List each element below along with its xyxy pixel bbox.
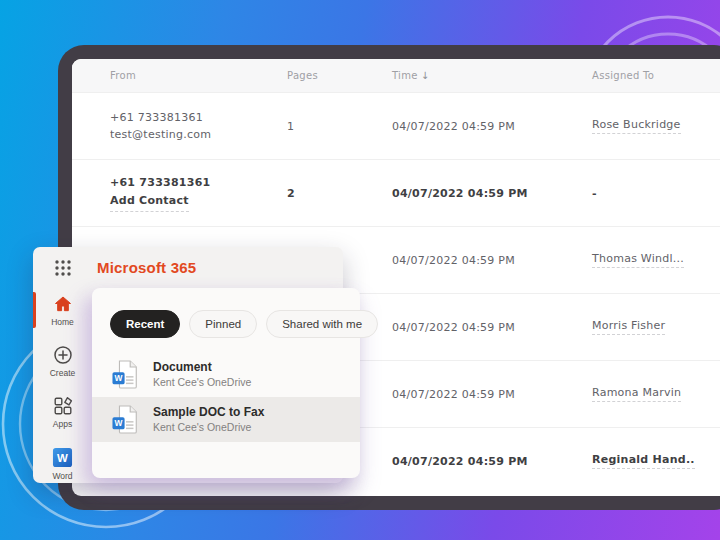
m365-title: Microsoft 365 xyxy=(97,259,196,276)
assigned-name-link[interactable]: Reginald Hand.. xyxy=(592,453,695,469)
file-location: Kent Cee's OneDrive xyxy=(153,421,264,434)
file-meta: Sample DOC to Fax Kent Cee's OneDrive xyxy=(153,405,264,434)
m365-sidebar: Home Create Apps xyxy=(33,288,92,483)
file-name: Sample DOC to Fax xyxy=(153,405,264,420)
home-icon xyxy=(53,294,73,314)
word-app-icon: W xyxy=(52,447,73,468)
assigned-empty: - xyxy=(592,187,597,200)
from-cell: +61 733381361 test@testing.com xyxy=(72,109,287,143)
table-row[interactable]: +61 733381361 Add Contact 2 04/07/2022 0… xyxy=(72,159,720,226)
assigned-name-link[interactable]: Morris Fisher xyxy=(592,319,665,335)
column-header-from[interactable]: From xyxy=(72,68,287,84)
assigned-cell: Reginald Hand.. xyxy=(592,453,720,469)
sidebar-item-create[interactable]: Create xyxy=(33,345,92,378)
time-cell: 04/07/2022 04:59 PM xyxy=(392,187,592,200)
assigned-cell: Rose Buckridge xyxy=(592,118,720,134)
sidebar-item-label: Home xyxy=(51,317,74,327)
m365-top-bar: Microsoft 365 xyxy=(33,247,343,288)
file-row-document[interactable]: W Document Kent Cee's OneDrive xyxy=(92,352,360,397)
time-cell: 04/07/2022 04:59 PM xyxy=(392,254,592,267)
sidebar-item-word[interactable]: W Word xyxy=(33,447,92,481)
sort-descending-icon[interactable]: ↓ xyxy=(421,70,430,81)
pages-cell: 2 xyxy=(287,187,392,200)
file-meta: Document Kent Cee's OneDrive xyxy=(153,360,251,389)
time-cell: 04/07/2022 04:59 PM xyxy=(392,321,592,334)
svg-text:W: W xyxy=(57,452,68,464)
apps-grid-icon xyxy=(53,396,73,416)
column-header-time-label: Time xyxy=(392,70,418,81)
column-header-time[interactable]: Time↓ xyxy=(392,70,592,81)
from-number: +61 733381361 xyxy=(110,174,287,191)
svg-text:W: W xyxy=(115,373,123,383)
file-list: W Document Kent Cee's OneDrive xyxy=(92,352,360,442)
assigned-cell: Thomas Windl... xyxy=(592,252,720,268)
add-contact-link[interactable]: Add Contact xyxy=(110,192,189,212)
m365-panel: Microsoft 365 Home Create xyxy=(33,247,343,483)
time-cell: 04/07/2022 04:59 PM xyxy=(392,120,592,133)
recent-files-card: Recent Pinned Shared with me xyxy=(92,288,360,478)
assigned-cell: Ramona Marvin xyxy=(592,386,720,402)
column-header-pages[interactable]: Pages xyxy=(287,70,392,81)
time-cell: 04/07/2022 04:59 PM xyxy=(392,388,592,401)
active-indicator xyxy=(33,292,36,328)
tab-shared-with-me[interactable]: Shared with me xyxy=(266,310,378,338)
assigned-name-link[interactable]: Thomas Windl... xyxy=(592,252,684,268)
file-name: Document xyxy=(153,360,251,375)
table-row[interactable]: +61 733381361 test@testing.com 1 04/07/2… xyxy=(72,92,720,159)
sidebar-item-apps[interactable]: Apps xyxy=(33,396,92,429)
file-location: Kent Cee's OneDrive xyxy=(153,376,251,389)
app-launcher-waffle-icon[interactable] xyxy=(53,258,73,278)
assigned-name-link[interactable]: Ramona Marvin xyxy=(592,386,681,402)
sidebar-item-label: Word xyxy=(52,471,72,481)
assigned-cell: - xyxy=(592,187,720,200)
from-cell: +61 733381361 Add Contact xyxy=(72,174,287,211)
sidebar-item-home[interactable]: Home xyxy=(33,294,92,327)
assigned-name-link[interactable]: Rose Buckridge xyxy=(592,118,681,134)
assigned-cell: Morris Fisher xyxy=(592,319,720,335)
file-row-sample-doc-to-fax[interactable]: W Sample DOC to Fax Kent Cee's OneDrive xyxy=(92,397,360,442)
page-background: From Pages Time↓ Assigned To +61 7333813… xyxy=(0,0,720,540)
sidebar-item-label: Create xyxy=(50,368,76,378)
time-cell: 04/07/2022 04:59 PM xyxy=(392,455,592,468)
column-header-assigned-to[interactable]: Assigned To xyxy=(592,70,720,81)
plus-circle-icon xyxy=(53,345,73,365)
from-number: +61 733381361 xyxy=(110,109,287,126)
sidebar-item-label: Apps xyxy=(53,419,72,429)
word-document-icon: W xyxy=(112,404,140,435)
table-header: From Pages Time↓ Assigned To xyxy=(72,59,720,92)
word-document-icon: W xyxy=(112,359,140,390)
tab-pinned[interactable]: Pinned xyxy=(189,310,257,338)
tab-recent[interactable]: Recent xyxy=(110,310,180,338)
file-filter-tabs: Recent Pinned Shared with me xyxy=(92,288,360,338)
from-email: test@testing.com xyxy=(110,126,287,143)
pages-cell: 1 xyxy=(287,120,392,133)
svg-text:W: W xyxy=(115,418,123,428)
